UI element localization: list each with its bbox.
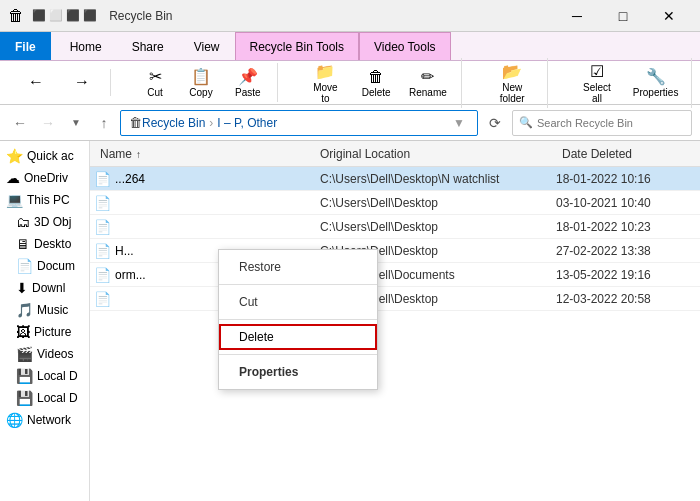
address-path[interactable]: 🗑 Recycle Bin › I – P, Other ▼ xyxy=(120,110,478,136)
sidebar-item-local-c[interactable]: 💾 Local D xyxy=(0,365,89,387)
recent-button[interactable]: ▼ xyxy=(64,111,88,135)
col-header-name[interactable]: Name xyxy=(94,147,314,161)
sidebar-item-music[interactable]: 🎵 Music xyxy=(0,299,89,321)
properties-icon: 🔧 xyxy=(646,67,666,86)
sidebar-label-local-d: Local D xyxy=(37,391,78,405)
ribbon-group-clipboard: ✂ Cut 📋 Copy 📌 Paste xyxy=(127,63,278,102)
ribbon-btn-back[interactable]: ← xyxy=(16,69,56,96)
tab-file[interactable]: File xyxy=(0,32,51,60)
move-label: Move to xyxy=(310,82,342,104)
ribbon-btn-properties[interactable]: 🔧 Properties xyxy=(628,63,683,102)
sidebar-item-desktop[interactable]: 🖥 Deskto xyxy=(0,233,89,255)
ribbon-group-nav: ← → xyxy=(8,69,111,96)
ribbon-btn-cut[interactable]: ✂ Cut xyxy=(135,63,175,102)
sidebar-item-videos[interactable]: 🎬 Videos xyxy=(0,343,89,365)
file-date-cell: 13-05-2022 19:16 xyxy=(556,268,696,282)
context-menu-delete[interactable]: Delete xyxy=(219,324,377,350)
select-all-icon: ☑ xyxy=(590,62,604,81)
back-icon: ← xyxy=(28,73,44,91)
file-date-cell: 03-10-2021 10:40 xyxy=(556,196,696,210)
sidebar-item-documents[interactable]: 📄 Docum xyxy=(0,255,89,277)
main-area: Quick ac ☁ OneDriv 💻 This PC 🗂 3D Obj 🖥 … xyxy=(0,141,700,501)
ribbon-btn-paste[interactable]: 📌 Paste xyxy=(227,63,269,102)
file-icon: 📄 xyxy=(94,267,111,283)
sidebar-item-network[interactable]: 🌐 Network xyxy=(0,409,89,431)
3d-icon: 🗂 xyxy=(16,214,30,230)
table-row[interactable]: 📄 H... C:\Users\Dell\Desktop 27-02-2022 … xyxy=(90,239,700,263)
ribbon-btn-select-all[interactable]: ☑ Select all xyxy=(572,58,623,108)
context-menu-cut[interactable]: Cut xyxy=(219,289,377,315)
address-bar: ← → ▼ ↑ 🗑 Recycle Bin › I – P, Other ▼ ⟳… xyxy=(0,105,700,141)
forward-button[interactable]: → xyxy=(36,111,60,135)
sidebar-label-desktop: Deskto xyxy=(34,237,71,251)
sidebar-item-onedrive[interactable]: ☁ OneDriv xyxy=(0,167,89,189)
up-button[interactable]: ↑ xyxy=(92,111,116,135)
delete-label: Delete xyxy=(362,87,391,98)
ribbon-group-select: ☑ Select all 🔧 Properties xyxy=(564,58,692,108)
sidebar-item-downloads[interactable]: ⬇ Downl xyxy=(0,277,89,299)
sidebar-label-videos: Videos xyxy=(37,347,73,361)
table-row[interactable]: 📄 C:\Users\Dell\Desktop 12-03-2022 20:58 xyxy=(90,287,700,311)
file-icon: 📄 xyxy=(94,195,111,211)
sidebar-item-pictures[interactable]: 🖼 Picture xyxy=(0,321,89,343)
col-date-label: Date Deleted xyxy=(562,147,632,161)
tab-recycle-bin-tools[interactable]: Recycle Bin Tools xyxy=(235,32,360,60)
tab-view[interactable]: View xyxy=(179,32,235,60)
sidebar-item-quick-access[interactable]: Quick ac xyxy=(0,145,89,167)
path-recycle-bin[interactable]: Recycle Bin xyxy=(142,116,205,130)
file-list: Name Original Location Date Deleted 📄 ..… xyxy=(90,141,700,501)
sidebar-item-this-pc[interactable]: 💻 This PC xyxy=(0,189,89,211)
tab-share[interactable]: Share xyxy=(117,32,179,60)
tab-video-tools[interactable]: Video Tools xyxy=(359,32,451,60)
refresh-button[interactable]: ⟳ xyxy=(482,110,508,136)
table-row[interactable]: 📄 C:\Users\Dell\Desktop 03-10-2021 10:40 xyxy=(90,191,700,215)
this-pc-icon: 💻 xyxy=(6,192,23,208)
col-location-label: Original Location xyxy=(320,147,410,161)
context-menu-properties[interactable]: Properties xyxy=(219,359,377,385)
ribbon-btn-delete[interactable]: 🗑 Delete xyxy=(355,64,397,102)
table-row[interactable]: 📄 orm... C:\Users\Dell\Documents 13-05-2… xyxy=(90,263,700,287)
network-icon: 🌐 xyxy=(6,412,23,428)
ribbon-btn-new-folder[interactable]: 📂 New folder xyxy=(486,58,539,108)
paste-label: Paste xyxy=(235,87,261,98)
copy-icon: 📋 xyxy=(191,67,211,86)
path-current[interactable]: I – P, Other xyxy=(217,116,277,130)
ribbon-btn-forward[interactable]: → xyxy=(62,69,102,96)
context-menu-restore[interactable]: Restore xyxy=(219,254,377,280)
local-d-icon: 💾 xyxy=(16,390,33,406)
table-row[interactable]: 📄 ...264 C:\Users\Dell\Desktop\N watchli… xyxy=(90,167,700,191)
cut-label: Cut xyxy=(239,295,258,309)
pictures-icon: 🖼 xyxy=(16,324,30,340)
file-icon: 📄 xyxy=(94,219,111,235)
col-header-date[interactable]: Date Deleted xyxy=(556,147,696,161)
ribbon-group-organize: 📁 Move to 🗑 Delete ✏ Rename xyxy=(294,58,462,108)
search-input[interactable] xyxy=(537,117,685,129)
path-icon: 🗑 xyxy=(129,115,142,130)
tab-home[interactable]: Home xyxy=(55,32,117,60)
move-icon: 📁 xyxy=(315,62,335,81)
minimize-button[interactable]: ─ xyxy=(554,0,600,32)
col-header-location[interactable]: Original Location xyxy=(314,147,556,161)
file-location-cell: C:\Users\Dell\Desktop\N watchlist xyxy=(314,172,556,186)
table-row[interactable]: 📄 C:\Users\Dell\Desktop 18-01-2022 10:23 xyxy=(90,215,700,239)
onedrive-icon: ☁ xyxy=(6,170,20,186)
back-button[interactable]: ← xyxy=(8,111,32,135)
ribbon-btn-move[interactable]: 📁 Move to xyxy=(302,58,350,108)
ribbon-btn-rename[interactable]: ✏ Rename xyxy=(403,63,453,102)
file-list-header: Name Original Location Date Deleted xyxy=(90,141,700,167)
sidebar: Quick ac ☁ OneDriv 💻 This PC 🗂 3D Obj 🖥 … xyxy=(0,141,90,501)
sidebar-item-3d[interactable]: 🗂 3D Obj xyxy=(0,211,89,233)
ribbon-btn-copy[interactable]: 📋 Copy xyxy=(181,63,221,102)
search-box[interactable]: 🔍 xyxy=(512,110,692,136)
rename-label: Rename xyxy=(409,87,447,98)
maximize-button[interactable]: □ xyxy=(600,0,646,32)
sidebar-label-documents: Docum xyxy=(37,259,75,273)
file-icon: 📄 xyxy=(94,171,111,187)
close-button[interactable]: ✕ xyxy=(646,0,692,32)
sidebar-item-local-d[interactable]: 💾 Local D xyxy=(0,387,89,409)
local-c-icon: 💾 xyxy=(16,368,33,384)
sort-arrow xyxy=(136,147,141,161)
ribbon-content: ← → ✂ Cut 📋 Copy 📌 Paste 📁 Move to 🗑 Del… xyxy=(0,61,700,105)
sidebar-label-network: Network xyxy=(27,413,71,427)
file-date-cell: 18-01-2022 10:23 xyxy=(556,220,696,234)
